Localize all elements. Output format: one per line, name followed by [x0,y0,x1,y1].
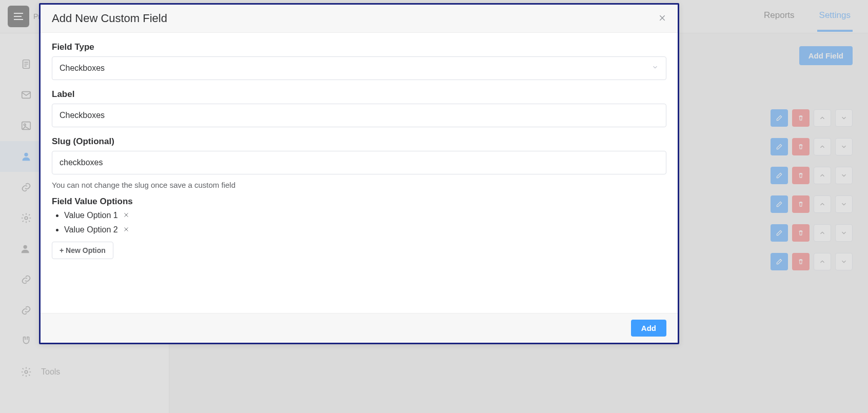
close-icon[interactable] [658,14,666,24]
option-text: Value Option 1 [64,211,118,220]
label-row: Label [52,89,666,127]
options-label: Field Value Options [52,196,666,207]
new-option-button[interactable]: + New Option [52,242,113,259]
options-list: Value Option 1 Value Option 2 [64,211,666,234]
remove-option-icon[interactable] [123,211,129,220]
field-type-select[interactable]: Checkboxes [52,56,666,80]
chevron-down-icon [652,64,659,73]
slug-label: Slug (Optional) [52,136,666,147]
field-type-label: Field Type [52,42,666,52]
option-item: Value Option 1 [64,211,666,220]
slug-row: Slug (Optional) [52,136,666,174]
modal-title: Add New Custom Field [52,12,167,25]
label-input[interactable] [52,104,666,127]
label-label: Label [52,89,666,100]
field-type-value: Checkboxes [60,64,105,73]
submit-button[interactable]: Add [631,320,666,337]
slug-input[interactable] [52,151,666,174]
modal-body: Field Type Checkboxes Label Slug (Option… [41,33,678,313]
slug-help-text: You can not change the slug once save a … [52,181,666,189]
modal-footer: Add [41,313,678,343]
remove-option-icon[interactable] [123,225,129,234]
add-field-modal: Add New Custom Field Field Type Checkbox… [39,3,679,344]
option-text: Value Option 2 [64,225,118,234]
field-type-row: Field Type Checkboxes [52,42,666,80]
option-item: Value Option 2 [64,225,666,234]
modal-header: Add New Custom Field [41,5,678,33]
